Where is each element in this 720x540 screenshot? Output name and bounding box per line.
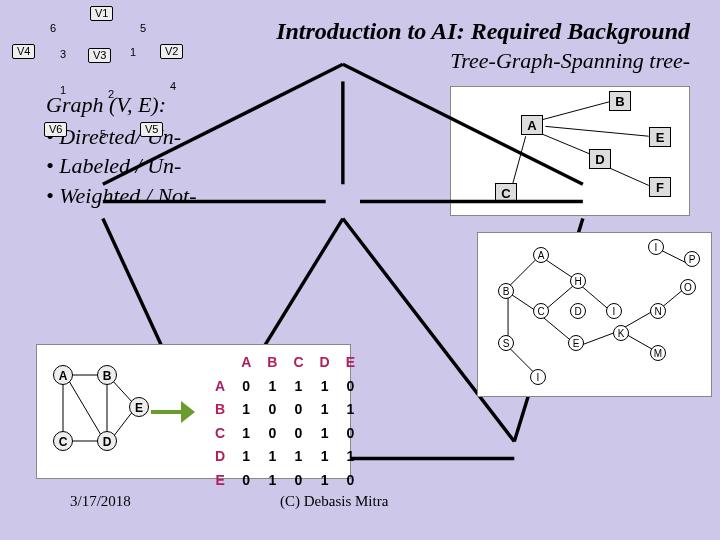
bullet-item: Labeled / Un-	[46, 151, 197, 181]
graph-node: B	[609, 91, 631, 111]
graph-node: O	[680, 279, 696, 295]
matrix-cell: 0	[259, 398, 285, 422]
edge-weight: 6	[50, 22, 56, 34]
matrix-cell: 1	[285, 375, 311, 399]
edge-weight: 4	[170, 80, 176, 92]
graph-node: V4	[12, 44, 35, 59]
graph-node: N	[650, 303, 666, 319]
matrix-cell: 1	[338, 445, 363, 469]
matrix-cell: 1	[312, 445, 338, 469]
svg-line-1	[536, 131, 595, 156]
matrix-col-header: C	[285, 351, 311, 375]
matrix-row-header: D	[207, 445, 233, 469]
matrix-cell: 1	[285, 445, 311, 469]
matrix-col-header: E	[338, 351, 363, 375]
matrix-cell: 1	[233, 398, 259, 422]
graph-node: B	[97, 365, 117, 385]
graph-node: A	[533, 247, 549, 263]
graph-node: E	[568, 335, 584, 351]
graph-node: M	[650, 345, 666, 361]
matrix-cell: 0	[233, 469, 259, 493]
graph-node: V6	[44, 122, 67, 137]
graph-node: F	[649, 177, 671, 197]
graph-node: A	[521, 115, 543, 135]
graph-node: V5	[140, 122, 163, 137]
svg-line-2	[545, 126, 648, 136]
graph-node: V3	[88, 48, 111, 63]
matrix-cell: 0	[233, 375, 259, 399]
matrix-cell: 0	[285, 469, 311, 493]
directed-graph-panel: A B C H I E K M N O P I S I D	[477, 232, 712, 397]
matrix-cell: 0	[285, 398, 311, 422]
matrix-cell: 0	[338, 469, 363, 493]
footer-date: 3/17/2018	[70, 493, 131, 510]
graph-node: C	[53, 431, 73, 451]
svg-line-16	[508, 258, 538, 288]
matrix-cell: 1	[338, 398, 363, 422]
edge-weight: 2	[108, 88, 114, 100]
graph-node: I	[606, 303, 622, 319]
matrix-row-header: B	[207, 398, 233, 422]
graph-node: S	[498, 335, 514, 351]
edge-weight: 3	[60, 48, 66, 60]
graph-node: D	[570, 303, 586, 319]
graph-node: D	[97, 431, 117, 451]
svg-line-4	[604, 166, 648, 186]
graph-node: E	[649, 127, 671, 147]
matrix-row-header: C	[207, 422, 233, 446]
svg-line-0	[536, 102, 610, 122]
svg-line-32	[69, 381, 101, 435]
graph-node: K	[613, 325, 629, 341]
slide-title: Introduction to AI: Required Background	[0, 18, 690, 45]
bullet-heading: Graph (V, E):	[46, 90, 197, 120]
matrix-cell: 0	[285, 422, 311, 446]
arrow-icon	[151, 401, 195, 423]
matrix-cell: 1	[312, 375, 338, 399]
graph-node: H	[570, 273, 586, 289]
matrix-cell: 0	[259, 422, 285, 446]
matrix-cell: 1	[312, 469, 338, 493]
bullet-block: Graph (V, E): Directed/ Un- Labeled / Un…	[46, 90, 197, 211]
graph-node: C	[533, 303, 549, 319]
matrix-cell: 1	[233, 422, 259, 446]
graph-node: A	[53, 365, 73, 385]
matrix-cell: 1	[259, 469, 285, 493]
tree-diagram-panel: A B C D E F	[450, 86, 690, 216]
graph-node: I	[648, 239, 664, 255]
edge-weight: 5	[140, 22, 146, 34]
svg-line-33	[111, 379, 133, 403]
graph-node: V1	[90, 6, 113, 21]
graph-node: C	[495, 183, 517, 203]
matrix-row-header: A	[207, 375, 233, 399]
matrix-cell: 0	[338, 422, 363, 446]
matrix-cell: 1	[259, 445, 285, 469]
matrix-cell: 1	[259, 375, 285, 399]
matrix-row-header: E	[207, 469, 233, 493]
svg-line-20	[543, 317, 573, 342]
svg-line-17	[543, 258, 573, 278]
matrix-cell: 1	[233, 445, 259, 469]
matrix-col-header: D	[312, 351, 338, 375]
matrix-cell: 1	[312, 422, 338, 446]
bullet-item: Weighted / Not-	[46, 181, 197, 211]
graph-node: V2	[160, 44, 183, 59]
graph-node: B	[498, 283, 514, 299]
edge-weight: 1	[60, 84, 66, 96]
graph-node: D	[589, 149, 611, 169]
matrix-cell: 1	[312, 398, 338, 422]
svg-line-34	[113, 411, 133, 437]
matrix-col-header: B	[259, 351, 285, 375]
graph-node: I	[530, 369, 546, 385]
bullet-item: Directed/ Un-	[46, 122, 197, 152]
footer-copyright: (C) Debasis Mitra	[280, 493, 388, 510]
matrix-cell: 0	[338, 375, 363, 399]
adjacency-matrix: A B C D E A 0 1 1 1 0 B 1 0 0 1 1 C 1 0 …	[207, 351, 363, 493]
edge-weight: 1	[130, 46, 136, 58]
graph-node: E	[129, 397, 149, 417]
matrix-col-header: A	[233, 351, 259, 375]
graph-node: P	[684, 251, 700, 267]
edge-weight: 5	[100, 128, 106, 140]
adjacency-matrix-panel: A B C D E A B C D E A 0 1 1 1 0 B 1 0 0 …	[36, 344, 351, 479]
